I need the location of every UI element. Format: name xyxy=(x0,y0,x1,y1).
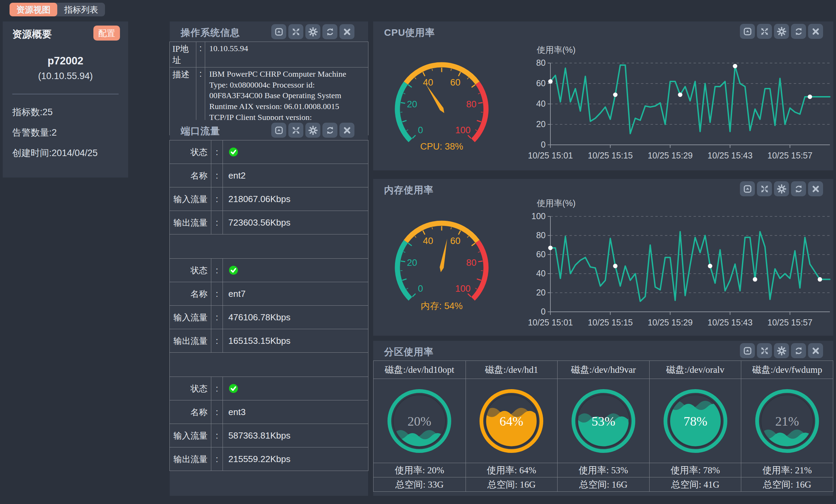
row-label: 名称 xyxy=(170,164,211,187)
svg-text:21%: 21% xyxy=(775,414,799,428)
dashboard-page: 资源视图 指标列表 资源概要 配置 p72002 (10.10.55.94) 指… xyxy=(0,0,836,504)
disk-usage: 使用率: 20% xyxy=(374,463,466,477)
memory-line-chart: 使用率(%)02040608010010/25 15:0110/25 15:15… xyxy=(518,196,833,332)
expand-button[interactable] xyxy=(757,343,772,358)
refresh-button[interactable] xyxy=(791,181,806,196)
svg-text:10/25 15:43: 10/25 15:43 xyxy=(708,318,753,327)
disk-usage: 使用率: 21% xyxy=(741,463,833,477)
port-name: ent7 xyxy=(223,282,368,305)
refresh-button[interactable] xyxy=(791,343,806,358)
refresh-button[interactable] xyxy=(322,123,337,138)
table-row: IP地址 : 10.10.55.94 xyxy=(170,42,368,67)
host-name: p72002 xyxy=(3,55,128,67)
settings-button[interactable] xyxy=(305,24,320,39)
settings-button[interactable] xyxy=(774,24,789,39)
expand-button[interactable] xyxy=(288,123,303,138)
table-row: 输出流量 : 723603.56Kbps xyxy=(170,211,368,234)
panel-toolbar xyxy=(740,181,823,196)
refresh-icon xyxy=(325,27,335,36)
minimize-button[interactable] xyxy=(740,343,755,358)
config-button[interactable]: 配置 xyxy=(93,26,120,41)
disk-usage: 使用率: 53% xyxy=(557,463,649,477)
tab-resource-view[interactable]: 资源视图 xyxy=(10,3,57,16)
status-value xyxy=(223,377,368,400)
minimize-icon xyxy=(274,27,284,36)
metric-count: 指标数:25 xyxy=(12,106,53,118)
liquid-gauge-row: 20% 64% 53% 78% 21% xyxy=(374,379,833,463)
view-tabs: 资源视图 指标列表 xyxy=(10,3,105,16)
expand-button[interactable] xyxy=(757,181,772,196)
row-label: 输出流量 xyxy=(170,329,211,352)
minimize-button[interactable] xyxy=(271,24,286,39)
table-row: 输出流量 : 165153.15Kbps xyxy=(170,329,368,353)
table-row: 输入流量 : 218067.06Kbps xyxy=(170,187,368,211)
close-icon xyxy=(811,27,820,36)
svg-text:10/25 15:57: 10/25 15:57 xyxy=(767,318,812,327)
row-label: 名称 xyxy=(170,400,211,424)
port-traffic-table: 状态 : 名称 : ent2 输入流量 : 218067.06Kbps 输出流量… xyxy=(169,140,368,471)
disk-usage: 使用率: 64% xyxy=(466,463,558,477)
settings-button[interactable] xyxy=(774,181,789,196)
row-label: 输入流量 xyxy=(170,187,211,211)
svg-text:80: 80 xyxy=(536,230,546,240)
close-button[interactable] xyxy=(808,343,823,358)
svg-text:60: 60 xyxy=(536,78,546,88)
tab-indicator-list[interactable]: 指标列表 xyxy=(57,3,105,16)
settings-button[interactable] xyxy=(774,343,789,358)
disk-header: 磁盘:/dev/oralv xyxy=(649,361,741,379)
disk-header: 磁盘:/dev/hd1 xyxy=(466,361,558,379)
settings-icon xyxy=(777,27,786,36)
svg-text:10/25 15:15: 10/25 15:15 xyxy=(588,151,633,160)
table-row: 名称 : ent3 xyxy=(170,400,368,424)
expand-icon xyxy=(291,126,301,135)
minimize-button[interactable] xyxy=(740,181,755,196)
minimize-button[interactable] xyxy=(740,24,755,39)
table-row: 名称 : ent7 xyxy=(170,282,368,306)
output-traffic: 723603.56Kbps xyxy=(223,211,368,234)
expand-button[interactable] xyxy=(288,24,303,39)
table-row: 名称 : ent2 xyxy=(170,164,368,187)
close-button[interactable] xyxy=(808,24,823,39)
table-spacer-row xyxy=(170,353,368,377)
settings-icon xyxy=(308,126,318,135)
usage-row: 使用率: 20% 使用率: 64% 使用率: 53% 使用率: 78% 使用率:… xyxy=(374,463,833,477)
table-row: 状态 : xyxy=(170,140,368,164)
svg-text:10/25 15:15: 10/25 15:15 xyxy=(588,318,633,327)
svg-text:20: 20 xyxy=(407,99,417,109)
expand-button[interactable] xyxy=(757,24,772,39)
refresh-icon xyxy=(794,346,803,355)
partition-table: 磁盘:/dev/hd10opt 磁盘:/dev/hd1 磁盘:/dev/hd9v… xyxy=(373,361,833,492)
memory-usage-panel: 内存使用率 020406080100 内存: 54% 使用率(%)0204060… xyxy=(373,179,833,336)
svg-text:0: 0 xyxy=(418,125,423,135)
minimize-icon xyxy=(743,346,752,355)
svg-text:100: 100 xyxy=(455,125,471,135)
host-ip: (10.10.55.94) xyxy=(3,71,128,81)
port-name: ent3 xyxy=(223,400,368,424)
table-row: 输入流量 : 476106.78Kbps xyxy=(170,306,368,329)
close-button[interactable] xyxy=(808,181,823,196)
disk-usage: 使用率: 78% xyxy=(649,463,741,477)
svg-text:0: 0 xyxy=(541,140,546,149)
svg-text:40: 40 xyxy=(536,269,546,278)
svg-text:60: 60 xyxy=(536,249,546,259)
row-label: 名称 xyxy=(170,282,211,305)
settings-icon xyxy=(777,184,786,194)
svg-text:100: 100 xyxy=(531,211,546,221)
alarm-count: 告警数量:2 xyxy=(12,126,57,139)
svg-text:80: 80 xyxy=(466,258,476,268)
settings-button[interactable] xyxy=(305,123,320,138)
table-row: 状态 : xyxy=(170,259,368,282)
svg-text:10/25 15:01: 10/25 15:01 xyxy=(528,318,573,327)
expand-icon xyxy=(760,184,769,194)
svg-text:20: 20 xyxy=(536,288,546,297)
disk-liquid-gauge: 78% xyxy=(657,383,734,459)
refresh-button[interactable] xyxy=(791,24,806,39)
row-label: 状态 xyxy=(170,259,211,282)
port-traffic-panel: 端口流量 状态 : 名称 : ent2 输入流量 : 218067.06Kbps xyxy=(170,120,368,496)
close-button[interactable] xyxy=(339,24,354,39)
minimize-button[interactable] xyxy=(271,123,286,138)
close-button[interactable] xyxy=(339,123,354,138)
resource-summary-card: 资源概要 配置 p72002 (10.10.55.94) 指标数:25 告警数量… xyxy=(3,21,128,178)
panel-title: CPU使用率 xyxy=(384,26,435,39)
refresh-button[interactable] xyxy=(322,24,337,39)
